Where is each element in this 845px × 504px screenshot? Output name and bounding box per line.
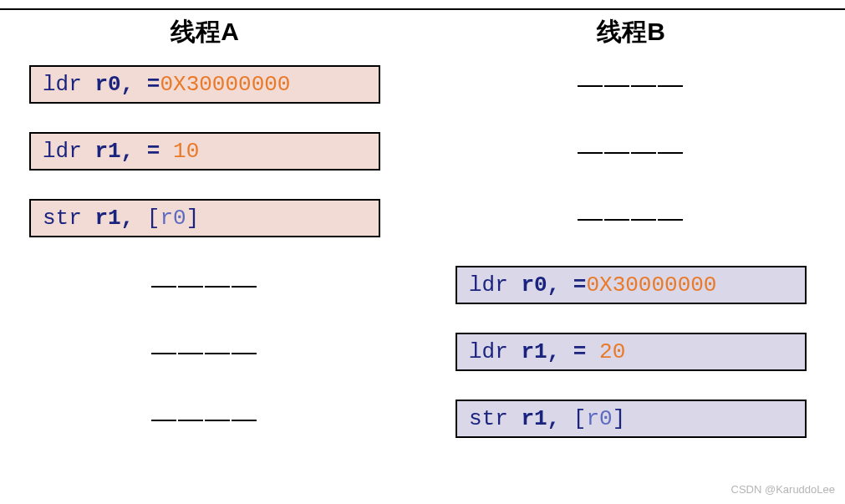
reg: r0: [586, 406, 612, 431]
top-separator: [0, 8, 845, 10]
inst: ldr: [43, 72, 82, 97]
row-a3: str r1, [r0]: [29, 198, 380, 238]
inst: str: [43, 206, 82, 231]
dash-placeholder: ————: [578, 137, 685, 165]
args: r1, =: [508, 339, 599, 364]
args: r0, =: [82, 72, 160, 97]
br-open: [: [147, 206, 160, 231]
inst: ldr: [469, 339, 508, 364]
num: 0X30000000: [586, 272, 716, 298]
br-close: ]: [613, 406, 626, 431]
args: r1,: [508, 406, 573, 431]
dash-placeholder: ————: [151, 271, 258, 299]
inst: ldr: [43, 139, 82, 164]
code-a2: ldr r1, = 10: [29, 132, 380, 171]
column-a: 线程A ldr r0, =0X30000000 ldr r1, = 10 str…: [8, 15, 401, 466]
column-b: 线程B ———— ———— ———— ldr r0, =0X30000000 l…: [435, 15, 827, 466]
column-b-title: 线程B: [597, 15, 665, 49]
row-a5: ————: [151, 332, 258, 372]
row-b2: ————: [578, 131, 685, 171]
row-b4: ldr r0, =0X30000000: [456, 265, 807, 305]
args: r0, =: [508, 272, 587, 298]
args: r1,: [82, 206, 147, 231]
num: 10: [173, 139, 199, 164]
row-b5: ldr r1, = 20: [456, 332, 807, 372]
row-b1: ————: [578, 64, 685, 104]
row-a1: ldr r0, =0X30000000: [29, 64, 380, 104]
code-b2: ldr r1, = 20: [456, 333, 807, 371]
inst: ldr: [469, 272, 508, 298]
watermark: CSDN @KaruddoLee: [731, 483, 835, 496]
code-a3: str r1, [r0]: [29, 199, 380, 237]
code-a1: ldr r0, =0X30000000: [29, 65, 380, 104]
dash-placeholder: ————: [578, 70, 685, 99]
br-open: [: [573, 406, 587, 431]
br-close: ]: [186, 206, 200, 231]
dash-placeholder: ————: [578, 204, 685, 232]
num: 0X30000000: [160, 72, 290, 97]
num: 20: [599, 339, 625, 364]
dash-placeholder: ————: [151, 338, 258, 366]
row-a2: ldr r1, = 10: [29, 131, 380, 171]
args: r1, =: [82, 139, 173, 164]
reg: r0: [160, 206, 186, 231]
diagram-columns: 线程A ldr r0, =0X30000000 ldr r1, = 10 str…: [0, 0, 845, 466]
row-a6: ————: [151, 399, 258, 439]
row-b3: ————: [578, 198, 685, 238]
row-a4: ————: [151, 265, 258, 305]
row-b6: str r1, [r0]: [456, 399, 807, 439]
code-b1: ldr r0, =0X30000000: [456, 266, 807, 304]
code-b3: str r1, [r0]: [456, 400, 807, 438]
column-a-title: 线程A: [171, 15, 239, 49]
inst: str: [469, 406, 508, 431]
dash-placeholder: ————: [151, 405, 258, 433]
